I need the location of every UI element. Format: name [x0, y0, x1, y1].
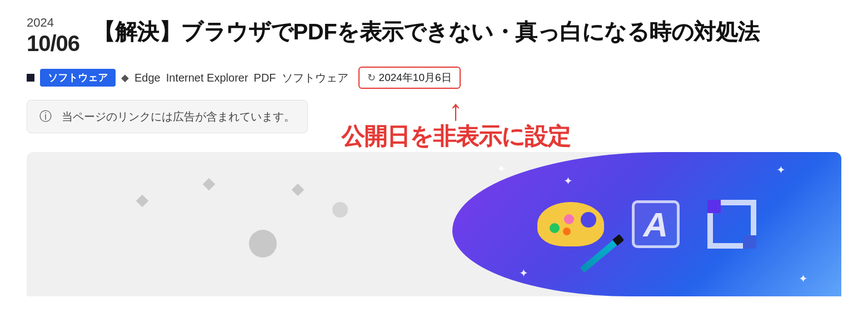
date-block: 2024 10/06	[27, 16, 79, 57]
info-icon: ⓘ	[39, 108, 52, 125]
star-1: ✦	[497, 162, 506, 175]
tag-ie-link[interactable]: Internet Explorer	[166, 72, 248, 84]
updated-date: 2024年10月6日	[379, 70, 452, 85]
frame-icon	[707, 200, 756, 249]
annotation-block: ↑ 公開日を非表示に設定	[341, 95, 570, 152]
palette-dot-pink	[564, 214, 574, 224]
text-tool-icon: A	[632, 200, 680, 248]
article-date: 10/06	[27, 30, 79, 57]
annotation-arrow-icon: ↑	[448, 95, 463, 124]
deco-diamond-3	[292, 184, 305, 196]
deco-diamond-2	[203, 178, 216, 191]
star-5: ✦	[799, 272, 808, 285]
palette-body	[537, 202, 604, 246]
tag-square-icon	[27, 74, 34, 82]
tag-software-link[interactable]: ソフトウェア	[282, 70, 348, 85]
meta-section: ⓘ 当ページのリンクには広告が含まれています。 ↑ 公開日を非表示に設定	[27, 100, 841, 152]
deco-circle-2	[332, 202, 348, 218]
updated-badge: ↻ 2024年10月6日	[358, 67, 461, 89]
tags-row: ソフトウェア ◆ Edge Internet Explorer PDF ソフトウ…	[27, 67, 841, 89]
palette-dot-green	[550, 223, 560, 233]
tag-pdf-link[interactable]: PDF	[254, 72, 276, 84]
star-3: ✦	[519, 266, 528, 280]
palette-hole	[581, 212, 596, 228]
page-wrapper: 2024 10/06 【解決】ブラウザでPDFを表示できない・真っ白になる時の対…	[0, 0, 868, 296]
annotation-text: 公開日を非表示に設定	[341, 121, 570, 152]
refresh-icon: ↻	[367, 72, 376, 84]
deco-diamond-1	[136, 195, 149, 208]
frame-corner-tl	[707, 200, 721, 213]
article-title: 【解決】ブラウザでPDFを表示できない・真っ白になる時の対処法	[93, 16, 760, 46]
hero-image: ✦ ✦ ✦ ✦ ✦ A	[27, 152, 841, 296]
article-year: 2024	[27, 16, 54, 30]
brush-tip	[612, 234, 624, 246]
software-badge[interactable]: ソフトウェア	[40, 69, 116, 87]
tag-edge-link[interactable]: Edge	[134, 72, 161, 84]
notice-bar: ⓘ 当ページのリンクには広告が含まれています。	[27, 100, 308, 133]
title-row: 2024 10/06 【解決】ブラウザでPDFを表示できない・真っ白になる時の対…	[27, 16, 841, 57]
palette-dot-orange	[563, 228, 571, 235]
frame-corner-br	[743, 235, 756, 249]
deco-circle-1	[249, 230, 277, 258]
star-4: ✦	[776, 163, 786, 176]
notice-text: 当ページのリンクには広告が含まれています。	[62, 109, 295, 124]
palette-container	[537, 202, 604, 246]
star-2: ✦	[563, 174, 573, 188]
hero-blob: ✦ ✦ ✦ ✦ ✦ A	[452, 152, 841, 296]
tag-diamond-icon: ◆	[121, 72, 129, 84]
